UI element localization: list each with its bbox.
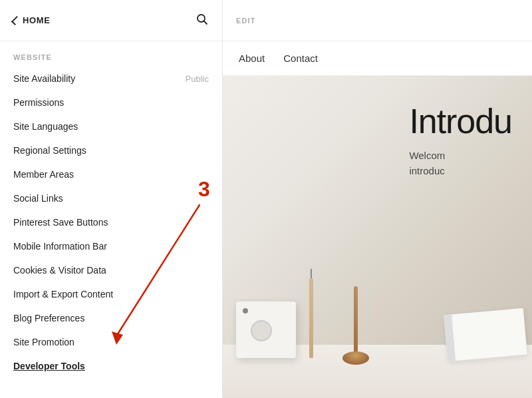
sidebar-item-label: Import & Export Content — [13, 289, 113, 299]
sidebar-item-label: Developer Tools — [13, 361, 85, 371]
sidebar-item-pinterest-save-buttons[interactable]: Pinterest Save Buttons — [0, 210, 222, 234]
sidebar-item-developer-tools[interactable]: Developer Tools — [0, 354, 222, 378]
sidebar-item-label: Mobile Information Bar — [13, 241, 107, 252]
back-label: HOME — [23, 15, 51, 25]
hero-title: Introdu — [409, 102, 512, 140]
sidebar-item-label: Member Areas — [13, 169, 74, 180]
sidebar-item-site-languages[interactable]: Site Languages — [0, 114, 222, 138]
nav-link-contact[interactable]: Contact — [283, 53, 318, 64]
sidebar-item-badge: Public — [186, 74, 209, 84]
sidebar-item-member-areas[interactable]: Member Areas — [0, 162, 222, 186]
sidebar-item-site-promotion[interactable]: Site Promotion — [0, 330, 222, 354]
hero-subtitle: Welcom introduc — [409, 148, 512, 178]
svg-line-1 — [204, 21, 207, 24]
sidebar-item-label: Site Availability — [13, 73, 75, 84]
section-label: WEBSITE — [0, 41, 222, 67]
site-nav: AboutContact — [223, 41, 532, 76]
sidebar-item-label: Pinterest Save Buttons — [13, 217, 108, 228]
hero-content: Introdu Welcom introduc — [409, 102, 512, 178]
sidebar-item-label: Site Promotion — [13, 337, 74, 347]
sidebar-item-label: Site Languages — [13, 121, 78, 132]
sidebar-item-label: Social Links — [13, 193, 63, 204]
product-candle — [309, 269, 313, 358]
product-box — [236, 301, 296, 358]
menu-list: Site AvailabilityPublicPermissionsSite L… — [0, 67, 222, 398]
sidebar-item-mobile-information-bar[interactable]: Mobile Information Bar — [0, 234, 222, 258]
sidebar-item-social-links[interactable]: Social Links — [0, 186, 222, 210]
sidebar-item-site-availability[interactable]: Site AvailabilityPublic — [0, 67, 222, 91]
sidebar-item-import-export-content[interactable]: Import & Export Content — [0, 282, 222, 306]
back-button[interactable]: HOME — [13, 15, 51, 25]
hero-background: Introdu Welcom introduc — [223, 76, 532, 398]
sidebar: HOME WEBSITE Site AvailabilityPublicPerm… — [0, 0, 223, 398]
sidebar-header: HOME — [0, 0, 222, 41]
sidebar-item-label: Blog Preferences — [13, 313, 84, 323]
search-icon — [196, 13, 209, 26]
sidebar-item-cookies-visitor-data[interactable]: Cookies & Visitor Data — [0, 258, 222, 282]
main-panel: EDIT AboutContact Introdu Welcom introdu… — [223, 0, 532, 398]
product-plunger — [342, 286, 369, 365]
sidebar-item-label: Permissions — [13, 97, 64, 108]
sidebar-item-permissions[interactable]: Permissions — [0, 91, 222, 114]
sidebar-item-label: Cookies & Visitor Data — [13, 265, 106, 276]
panel-toolbar: EDIT — [223, 0, 532, 41]
nav-link-about[interactable]: About — [239, 53, 265, 64]
sidebar-item-regional-settings[interactable]: Regional Settings — [0, 138, 222, 162]
sidebar-item-label: Regional Settings — [13, 145, 86, 156]
sidebar-item-blog-preferences[interactable]: Blog Preferences — [0, 306, 222, 330]
search-button[interactable] — [196, 13, 209, 29]
product-book — [444, 308, 527, 361]
chevron-left-icon — [11, 15, 21, 25]
toolbar-label: EDIT — [236, 17, 255, 25]
preview-area: AboutContact Introdu Welcom introduc — [223, 41, 532, 398]
